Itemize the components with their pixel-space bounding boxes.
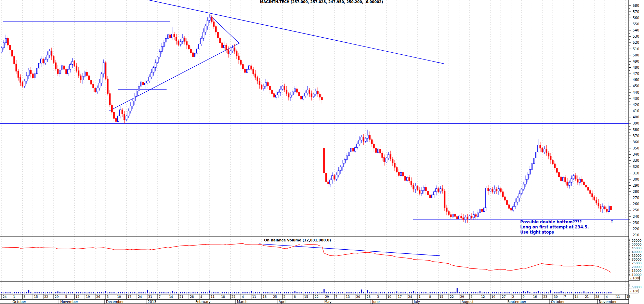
chart-window: MAGINTN.TECH (257.000, 257.028, 247.950,… (0, 0, 644, 304)
panel-borders (0, 0, 629, 304)
svg-text:280: 280 (633, 190, 639, 194)
svg-text:25: 25 (273, 295, 277, 299)
svg-text:20000: 20000 (632, 265, 642, 269)
svg-text:8: 8 (429, 295, 431, 299)
svg-text:530: 530 (633, 35, 639, 38)
annotation-line-1: Possible double bottom???? (520, 220, 589, 225)
svg-text:27: 27 (502, 295, 505, 299)
chart-surface[interactable]: 5805705605505405305205105004904804704604… (0, 0, 644, 304)
svg-text:15: 15 (304, 295, 308, 299)
svg-text:7: 7 (564, 295, 566, 299)
svg-text:30: 30 (554, 295, 558, 299)
svg-text:340: 340 (633, 153, 639, 156)
svg-text:25: 25 (232, 295, 235, 299)
svg-text:5: 5 (471, 295, 473, 299)
annotation-line-2: Long on first attempt at 234.5. (520, 225, 589, 230)
svg-text:4: 4 (606, 295, 608, 299)
svg-text:June: June (372, 300, 380, 304)
svg-text:240: 240 (633, 215, 639, 219)
volume-axis: 50000x 100 (629, 283, 642, 293)
svg-text:510: 510 (633, 47, 639, 51)
svg-text:19: 19 (86, 295, 90, 299)
annotation-note[interactable]: Possible double bottom???? Long on first… (520, 220, 589, 235)
svg-text:September: September (507, 300, 526, 304)
svg-text:320: 320 (633, 165, 639, 169)
svg-text:550: 550 (633, 22, 639, 26)
svg-text:2: 2 (512, 295, 514, 299)
svg-text:December: December (106, 300, 124, 304)
svg-text:22: 22 (450, 295, 454, 299)
svg-text:14: 14 (169, 295, 173, 299)
svg-text:7: 7 (159, 295, 161, 299)
svg-text:19: 19 (491, 295, 496, 299)
obv-axis: 5500050000450004000035000300002500020000… (629, 239, 642, 281)
svg-text:230: 230 (633, 221, 639, 225)
svg-text:October: October (551, 300, 565, 304)
svg-text:410: 410 (633, 109, 639, 113)
svg-text:13: 13 (346, 295, 350, 299)
svg-text:50000: 50000 (632, 286, 642, 289)
svg-text:22: 22 (315, 295, 318, 299)
svg-text:55000: 55000 (632, 239, 642, 242)
svg-text:25000: 25000 (632, 262, 642, 265)
svg-text:260: 260 (633, 202, 639, 206)
svg-text:11: 11 (252, 295, 256, 299)
svg-text:April: April (279, 300, 287, 304)
svg-text:May: May (324, 300, 331, 304)
svg-text:28: 28 (190, 295, 194, 299)
trendline-drawings[interactable] (0, 0, 629, 256)
svg-text:23: 23 (543, 295, 547, 299)
svg-text:35000: 35000 (632, 254, 642, 257)
svg-text:15000: 15000 (632, 269, 642, 273)
svg-text:10: 10 (387, 295, 392, 299)
svg-text:310: 310 (633, 171, 639, 175)
annotation-line-3: Use tight stops (520, 230, 589, 235)
grid-lines (2, 0, 626, 294)
svg-text:21: 21 (180, 295, 183, 299)
svg-text:11: 11 (616, 295, 620, 299)
svg-text:x 100: x 100 (630, 290, 638, 293)
svg-text:28: 28 (595, 295, 600, 299)
svg-text:18: 18 (627, 295, 631, 299)
svg-text:400: 400 (633, 115, 639, 119)
chart-title: MAGINTN.TECH (257.000, 257.028, 247.950,… (260, 0, 383, 4)
svg-text:330: 330 (633, 159, 639, 162)
svg-text:7: 7 (336, 295, 338, 299)
svg-text:4: 4 (200, 295, 202, 299)
svg-text:360: 360 (633, 140, 639, 144)
svg-text:15: 15 (34, 295, 38, 299)
svg-text:20: 20 (356, 295, 360, 299)
svg-text:2: 2 (284, 295, 286, 299)
svg-text:November: November (60, 300, 78, 304)
svg-text:July: July (413, 300, 420, 304)
svg-text:210: 210 (633, 233, 639, 237)
svg-text:580: 580 (633, 4, 639, 8)
svg-text:17: 17 (398, 295, 402, 299)
svg-text:29: 29 (55, 295, 59, 299)
svg-text:22: 22 (44, 295, 48, 299)
svg-text:460: 460 (633, 78, 639, 82)
svg-text:470: 470 (633, 72, 639, 76)
price-axis: 5805705605505405305205105004904804704604… (629, 4, 639, 238)
svg-text:490: 490 (633, 60, 639, 63)
svg-text:21: 21 (585, 295, 589, 299)
svg-text:12: 12 (481, 295, 485, 299)
svg-text:24: 24 (408, 295, 412, 299)
svg-text:31: 31 (148, 295, 152, 299)
date-axis-months: OctoberNovemberDecember2013FebruaryMarch… (11, 300, 617, 304)
obv-panel-title: On Balance Volume (12,831,980.0) (264, 238, 331, 242)
svg-text:3: 3 (107, 295, 109, 299)
up-arrow-marker[interactable]: ↑ (610, 219, 614, 224)
svg-text:390: 390 (633, 121, 639, 125)
svg-text:26: 26 (96, 295, 101, 299)
svg-text:4: 4 (242, 295, 244, 299)
svg-text:November: November (599, 300, 617, 304)
svg-text:October: October (12, 300, 26, 304)
svg-text:18: 18 (221, 295, 225, 299)
svg-text:16: 16 (533, 295, 537, 299)
candlesticks (1, 14, 612, 223)
svg-text:March: March (237, 300, 247, 304)
svg-text:500: 500 (633, 53, 639, 57)
svg-text:February: February (195, 300, 210, 304)
top-tangent-line (210, 16, 239, 43)
